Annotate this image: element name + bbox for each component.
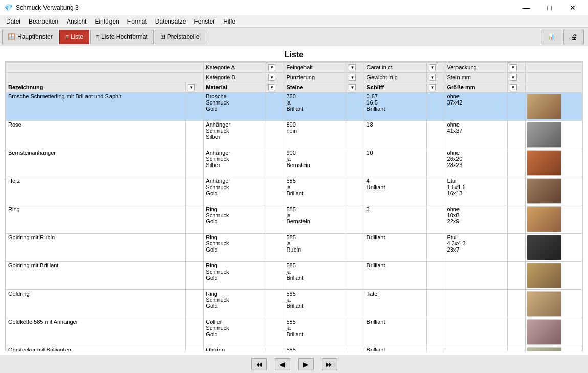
table-container[interactable]: Kategorie A ▼ Feingehalt ▼ Carat in ct ▼… bbox=[5, 61, 583, 351]
header-pz-dropdown[interactable]: ▼ bbox=[346, 72, 364, 82]
cell-schliff: Brilliant bbox=[364, 233, 427, 261]
toolbar-preistabelle[interactable]: ⊞ Preistabelle bbox=[155, 30, 205, 44]
menu-hilfe[interactable]: Hilfe bbox=[219, 15, 239, 27]
nav-next-button[interactable]: ▶ bbox=[298, 358, 314, 370]
header-ka-dropdown[interactable]: ▼ bbox=[266, 63, 284, 73]
title-bar: 💎 Schmuck-Verwaltung 3 — □ ✕ bbox=[0, 0, 588, 15]
cell-schliff: Brilliant bbox=[364, 261, 427, 289]
col-st-dropdown[interactable]: ▼ bbox=[346, 82, 364, 93]
cell-schl-dropdown bbox=[427, 318, 445, 346]
header-kb-dropdown[interactable]: ▼ bbox=[266, 72, 284, 82]
cell-mat-dropdown bbox=[266, 92, 284, 120]
table-row[interactable]: Brosche Schmetterling mit Brillant und S… bbox=[6, 92, 582, 120]
toolbar-right: 📊 🖨 bbox=[541, 30, 584, 44]
cell-st-dropdown bbox=[346, 289, 364, 318]
item-thumbnail bbox=[527, 235, 561, 260]
nav-last-button[interactable]: ⏭ bbox=[322, 358, 337, 370]
cell-schliff: 0,6716,5Brilliant bbox=[364, 92, 427, 120]
cell-steine: 585jaRubin bbox=[284, 233, 346, 261]
cell-mat-dropdown bbox=[266, 205, 284, 233]
menu-datensaetze[interactable]: Datensätze bbox=[151, 15, 190, 27]
cell-schl-dropdown bbox=[427, 346, 445, 351]
cell-gr-dropdown bbox=[507, 120, 525, 149]
cell-schl-dropdown bbox=[427, 92, 445, 120]
header-bild-2 bbox=[525, 72, 582, 82]
cell-image bbox=[525, 289, 582, 318]
close-button[interactable]: ✕ bbox=[561, 0, 584, 15]
table-row[interactable]: Goldring mit RubinRingSchmuckGold585jaRu… bbox=[6, 233, 582, 261]
table-row[interactable]: BernsteinanhängerAnhängerSchmuckSilber90… bbox=[6, 149, 582, 177]
header-gw-dropdown[interactable]: ▼ bbox=[427, 72, 445, 82]
col-mat-dropdown[interactable]: ▼ bbox=[266, 82, 284, 93]
col-schliff-header: Schliff bbox=[364, 82, 427, 93]
menu-ansicht[interactable]: Ansicht bbox=[62, 15, 91, 27]
menu-einfuegen[interactable]: Einfügen bbox=[91, 15, 123, 27]
cell-groesse bbox=[445, 289, 507, 318]
table-row[interactable]: RoseAnhängerSchmuckSilber800nein18ohne41… bbox=[6, 120, 582, 149]
toolbar-liste-hochformat[interactable]: ≡ Liste Hochformat bbox=[90, 30, 154, 44]
xls-export-button[interactable]: 📊 bbox=[541, 30, 561, 44]
liste-icon: ≡ bbox=[65, 33, 69, 40]
cell-st-dropdown bbox=[346, 346, 364, 351]
nav-first-icon: ⏮ bbox=[255, 360, 263, 368]
cell-groesse: Etui4,3x4,323x7 bbox=[445, 233, 507, 261]
table-row[interactable]: HerzAnhängerSchmuckGold585jaBrillant4Bri… bbox=[6, 177, 582, 205]
minimize-button[interactable]: — bbox=[515, 0, 538, 15]
col-schl-dropdown[interactable]: ▼ bbox=[427, 82, 445, 93]
cell-schliff: 18 bbox=[364, 120, 427, 149]
cell-groesse: ohne37x42 bbox=[445, 92, 507, 120]
cell-image bbox=[525, 233, 582, 261]
header-carat-dropdown[interactable]: ▼ bbox=[427, 63, 445, 73]
header-fg-dropdown[interactable]: ▼ bbox=[346, 63, 364, 73]
toolbar-hauptfenster[interactable]: 🪟 Hauptfenster bbox=[2, 30, 58, 44]
preistabelle-label: Preistabelle bbox=[167, 33, 200, 40]
cell-groesse: Etui1,6x1,616x13 bbox=[445, 177, 507, 205]
cell-bezeichnung: Ring bbox=[6, 205, 186, 233]
title-bar-left: 💎 Schmuck-Verwaltung 3 bbox=[4, 4, 79, 12]
cell-st-dropdown bbox=[346, 149, 364, 177]
col-bild-header bbox=[525, 82, 582, 93]
menu-bar: Datei Bearbeiten Ansicht Einfügen Format… bbox=[0, 15, 588, 28]
col-bez-dropdown[interactable]: ▼ bbox=[186, 82, 204, 93]
cell-material: AnhängerSchmuckGold bbox=[204, 177, 266, 205]
cell-schl-dropdown bbox=[427, 261, 445, 289]
cell-material: BroscheSchmuckGold bbox=[204, 92, 266, 120]
maximize-button[interactable]: □ bbox=[538, 0, 561, 15]
cell-schliff: Tafel bbox=[364, 289, 427, 318]
cell-schl-dropdown bbox=[427, 120, 445, 149]
table-row[interactable]: RingRingSchmuckGold585jaBernstein3ohne10… bbox=[6, 205, 582, 233]
cell-schl-dropdown bbox=[427, 205, 445, 233]
nav-first-button[interactable]: ⏮ bbox=[251, 358, 267, 370]
header-sm-dropdown[interactable]: ▼ bbox=[507, 72, 525, 82]
menu-format[interactable]: Format bbox=[123, 15, 151, 27]
cell-image bbox=[525, 346, 582, 351]
cell-material: RingSchmuckGold bbox=[204, 205, 266, 233]
cell-groesse bbox=[445, 346, 507, 351]
header-vp-dropdown[interactable]: ▼ bbox=[507, 63, 525, 73]
cell-material: AnhängerSchmuckSilber bbox=[204, 120, 266, 149]
app-title: Schmuck-Verwaltung 3 bbox=[16, 4, 79, 11]
col-gr-dropdown[interactable]: ▼ bbox=[507, 82, 525, 93]
toolbar-liste[interactable]: ≡ Liste bbox=[59, 30, 89, 44]
menu-datei[interactable]: Datei bbox=[2, 15, 25, 27]
cell-mat-dropdown bbox=[266, 318, 284, 346]
cell-steine: 585jaBrillant bbox=[284, 177, 346, 205]
cell-image bbox=[525, 92, 582, 120]
table-row[interactable]: Ohrstecker mit BrilliantenOhrringSchmuck… bbox=[6, 346, 582, 351]
menu-fenster[interactable]: Fenster bbox=[190, 15, 220, 27]
cell-image bbox=[525, 318, 582, 346]
item-thumbnail bbox=[527, 319, 561, 345]
title-bar-controls: — □ ✕ bbox=[515, 0, 584, 15]
cell-mat-dropdown bbox=[266, 149, 284, 177]
cell-schliff: 3 bbox=[364, 205, 427, 233]
table-row[interactable]: Goldkette 585 mit AnhängerCollierSchmuck… bbox=[6, 318, 582, 346]
nav-prev-button[interactable]: ◀ bbox=[275, 358, 290, 370]
table-row[interactable]: Goldring mit BrilliantRingSchmuckGold585… bbox=[6, 261, 582, 289]
menu-bearbeiten[interactable]: Bearbeiten bbox=[25, 15, 62, 27]
header-gewicht: Gewicht in g bbox=[364, 72, 427, 82]
cell-bezeichnung: Brosche Schmetterling mit Brillant und S… bbox=[6, 92, 186, 120]
print-button[interactable]: 🖨 bbox=[563, 30, 584, 44]
table-row[interactable]: GoldringRingSchmuckGold585jaBrillantTafe… bbox=[6, 289, 582, 318]
cell-mat-dropdown bbox=[266, 346, 284, 351]
cell-schl-dropdown bbox=[427, 177, 445, 205]
